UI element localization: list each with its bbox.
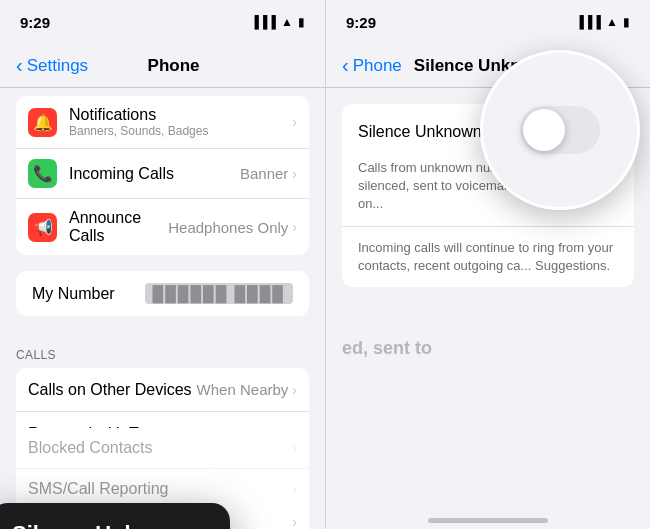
notifications-chevron: › xyxy=(292,114,297,130)
silence-description-2: Incoming calls will continue to ring fro… xyxy=(342,227,634,287)
incoming-calls-value: Banner xyxy=(240,165,288,182)
signal-icon: ▐▐▐ xyxy=(251,15,277,29)
calls-other-devices-title: Calls on Other Devices xyxy=(28,381,197,399)
signal-icon-right: ▐▐▐ xyxy=(576,15,602,29)
notifications-subtitle: Banners, Sounds, Badges xyxy=(69,124,292,138)
calls-section-header: CALLS xyxy=(0,332,325,368)
call-waiting-chevron: › xyxy=(292,514,297,529)
announce-calls-value: Headphones Only xyxy=(168,219,288,236)
magnify-toggle-switch[interactable] xyxy=(520,106,600,154)
sms-reporting-label: SMS/Call Reporting xyxy=(28,480,169,498)
right-phone: 9:29 ▐▐▐ ▲ ▮ ‹ Phone Silence Unknown Sil… xyxy=(325,0,650,529)
notifications-title: Notifications xyxy=(69,106,292,124)
wifi-icon: ▲ xyxy=(281,15,293,29)
announce-calls-title: Announce Calls xyxy=(69,209,168,245)
blocked-contacts-item[interactable]: Blocked Contacts › xyxy=(16,428,309,469)
incoming-calls-icon: 📞 xyxy=(28,159,57,188)
back-label-right: Phone xyxy=(353,56,402,76)
my-number-label: My Number xyxy=(32,285,145,303)
incoming-calls-chevron: › xyxy=(292,166,297,182)
status-bar-left: 9:29 ▐▐▐ ▲ ▮ xyxy=(0,0,325,44)
nav-title-left: Phone xyxy=(38,56,309,76)
announce-calls-icon: 📢 xyxy=(28,213,57,242)
calls-other-devices-chevron: › xyxy=(292,382,297,398)
status-icons-right: ▐▐▐ ▲ ▮ xyxy=(576,15,630,29)
announce-calls-item[interactable]: 📢 Announce Calls Headphones Only › xyxy=(16,199,309,255)
battery-icon: ▮ xyxy=(298,15,305,29)
announce-calls-chevron: › xyxy=(292,219,297,235)
back-button-right[interactable]: ‹ Phone xyxy=(342,54,402,77)
battery-icon-right: ▮ xyxy=(623,15,630,29)
status-time-left: 9:29 xyxy=(20,14,50,31)
magnify-knob xyxy=(523,109,565,151)
back-chevron-right: ‹ xyxy=(342,54,349,77)
silence-callers-tooltip-text: Silence Unknown Callers xyxy=(12,521,194,529)
calls-other-devices-item[interactable]: Calls on Other Devices When Nearby › xyxy=(16,368,309,412)
blocked-contacts-label: Blocked Contacts xyxy=(28,439,153,457)
my-number-row: My Number ██████ ████ xyxy=(16,271,309,316)
notifications-item[interactable]: 🔔 Notifications Banners, Sounds, Badges … xyxy=(16,96,309,149)
calls-other-devices-value: When Nearby xyxy=(197,381,289,398)
left-phone: 9:29 ▐▐▐ ▲ ▮ ‹ Settings Phone 🔔 Notifica… xyxy=(0,0,325,529)
status-icons-left: ▐▐▐ ▲ ▮ xyxy=(251,15,305,29)
wifi-icon-right: ▲ xyxy=(606,15,618,29)
back-chevron-left: ‹ xyxy=(16,54,23,77)
nav-bar-left: ‹ Settings Phone xyxy=(0,44,325,88)
status-bar-right: 9:29 ▐▐▐ ▲ ▮ xyxy=(326,0,650,44)
status-time-right: 9:29 xyxy=(346,14,376,31)
home-indicator-right xyxy=(428,518,548,523)
top-settings-group: 🔔 Notifications Banners, Sounds, Badges … xyxy=(16,96,309,255)
incoming-calls-item[interactable]: 📞 Incoming Calls Banner › xyxy=(16,149,309,199)
notifications-icon: 🔔 xyxy=(28,108,57,137)
blur-text-overlay: ed, sent to xyxy=(342,338,432,359)
magnify-circle xyxy=(480,50,640,210)
my-number-value: ██████ ████ xyxy=(145,283,293,304)
settings-content-left: 🔔 Notifications Banners, Sounds, Badges … xyxy=(0,88,325,529)
incoming-calls-title: Incoming Calls xyxy=(69,165,240,183)
silence-callers-tooltip[interactable]: Silence Unknown Callers xyxy=(0,503,230,529)
blocked-section: Blocked Contacts › SMS/Call Reporting › xyxy=(0,428,325,509)
